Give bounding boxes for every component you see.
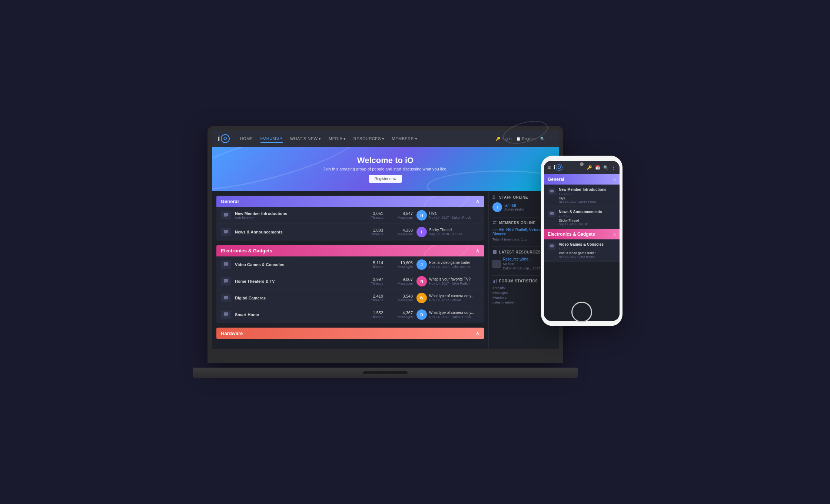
staff-name[interactable]: Ian Hitt [504,203,524,208]
collapse-icon[interactable]: ∧ [476,199,479,204]
chevron-icon[interactable]: ∧ [613,232,616,236]
forum-info: Smart Home [235,312,353,317]
phone-forum-latest-meta: Nov 14, 2017 · Jake Booher [559,255,616,258]
member-link-nikki[interactable]: Nikki Radloff, [506,228,528,232]
forum-title[interactable]: Home Theaters & TV [235,279,353,284]
phone-forum-news: News & Announcements 2 □ 4 □ • Sticky Th… [544,207,620,229]
collapse-icon[interactable]: ∧ [476,331,479,336]
phone-forum-icon [548,210,556,217]
category-electronics-title: Electronics & Gadgets [221,248,272,253]
nav-home[interactable]: HOME [240,135,253,142]
hero-subtitle: Join this amazing group of people and st… [323,167,447,171]
comments-icon [223,213,229,218]
resource-no-icon: ? [492,260,501,268]
svg-rect-9 [493,250,497,254]
laptop-screen: i O HOME FORUMS ▾ WHAT'S NEW ▾ [212,130,559,349]
resource-title[interactable]: Resource witho... [503,257,540,261]
category-hardware-title: Hardware [221,331,243,336]
category-hardware-header[interactable]: Hardware ∧ [216,328,484,339]
forum-info: News & Announcements [235,230,353,235]
comments-icon [223,312,229,317]
forum-stats-threads: 2,419 Threads [357,294,383,302]
forum-title[interactable]: News & Announcements [235,230,353,234]
phone-general-header[interactable]: General ∧ [544,174,620,185]
phone-menu-icon[interactable]: ≡ [548,165,551,170]
phone-forum-meta: 1 □ 1 □ [559,247,616,250]
phone-logo[interactable]: i O [554,164,562,171]
nav-forums[interactable]: FORUMS ▾ [260,135,283,143]
svg-rect-3 [224,279,228,282]
category-general: General ∧ New Member Introductions [216,196,484,241]
chevron-down-icon: ▾ [319,136,321,141]
forum-stats-messages: 8,547 Messages [387,211,413,219]
search-icon[interactable]: 🔍 [540,137,545,141]
phone-forum-meta: 1 □ 1 □ □ • [559,192,616,195]
phone-search-icon[interactable]: 🔍 [603,165,608,170]
category-electronics-forums: Video Games & Consoles 5,114 Threads 10,… [216,256,484,323]
phone-forum-title[interactable]: Video Games & Consoles [559,242,616,246]
forum-stats-threads: 5,114 Threads [357,261,383,269]
key-icon: 🔑 [496,137,500,141]
forum-title[interactable]: Video Games & Consoles [235,262,353,267]
nav-whats-new[interactable]: WHAT'S NEW ▾ [290,135,321,143]
phone-nav: ≡ i O 🔑 📅 🔍 ⋮ [544,161,620,174]
avatar: D [416,309,427,320]
forum-new-member-introductions: New Member Introductions Sub-forums • 3,… [216,207,484,224]
forum-title[interactable]: Digital Cameras [235,296,353,300]
phone-forum-video-games: Video Games & Consoles 1 □ 1 □ Post a vi… [544,239,620,262]
phone-forum-latest[interactable]: Post a video game trailer [559,251,616,255]
category-electronics-header[interactable]: Electronics & Gadgets ∧ [216,245,484,256]
users-icon [492,220,497,225]
forum-home-theaters: Home Theaters & TV 3,997 Threads 9,007 M… [216,273,484,290]
collapse-icon[interactable]: ∧ [476,248,479,253]
forum-stats-threads: 1,803 Threads [357,228,383,236]
logo-letter-o: O [221,134,230,143]
phone-category-electronics: Electronics & Gadgets ∧ Video Games & Co… [544,229,620,262]
register-now-button[interactable]: Register now [369,175,402,183]
avatar: I [416,227,427,237]
phone-more-icon[interactable]: ⋮ [611,165,616,170]
site-logo[interactable]: i O [218,134,230,143]
phone: ≡ i O 🔑 📅 🔍 ⋮ General ∧ [541,156,622,326]
phone-forum-latest[interactable]: Hiya [559,196,616,200]
forum-stats-messages: 4,338 Messages [387,228,413,236]
phone-key-icon[interactable]: 🔑 [587,165,592,170]
forum-info: New Member Introductions Sub-forums • [235,211,353,220]
comments-icon [223,279,229,284]
category-general-header[interactable]: General ∧ [216,196,484,207]
phone-forum-title[interactable]: News & Announcements [559,210,616,214]
chevron-icon[interactable]: ∧ [613,178,616,182]
phone-forum-latest[interactable]: Sticky Thread [559,219,616,222]
forum-icon [221,311,231,319]
phone-forum-new-member: New Member Introductions 1 □ 1 □ □ • Hiy… [544,185,620,207]
nav-resources[interactable]: RESOURCES ▾ [353,135,385,143]
svg-point-8 [495,221,497,222]
phone-electronics-header[interactable]: Electronics & Gadgets ∧ [544,229,620,239]
more-icon[interactable]: ⋮ [549,137,553,141]
nav-media[interactable]: MEDIA ▾ [329,135,346,143]
phone-forum-icon [548,243,556,250]
forum-latest: N What is your favorite TV? Nov 14, 2017… [416,276,479,286]
phone-calendar-icon[interactable]: 📅 [595,165,600,170]
comments-icon [550,212,554,216]
comments-icon [550,189,554,194]
scene: i O HOME FORUMS ▾ WHAT'S NEW ▾ [208,126,622,378]
hero-title: Welcome to iO [357,156,414,165]
phone-forum-title[interactable]: New Member Introductions [559,188,616,192]
svg-rect-1 [224,230,228,233]
forum-title[interactable]: New Member Introductions [235,211,353,216]
category-hardware: Hardware ∧ [216,328,484,339]
forum-icon [221,294,231,302]
phone-forum-icon [548,188,556,195]
avatar: H [416,210,427,220]
forum-latest: D What type of camera do y... Nov 14, 20… [416,309,479,320]
forum-stats-messages: 9,007 Messages [387,277,413,285]
phone-forum-info: New Member Introductions 1 □ 1 □ □ • Hiy… [559,188,616,203]
nav-members[interactable]: MEMBERS ▾ [392,135,418,143]
forum-latest: W What type of camera do y... Nov 14, 20… [416,293,479,303]
member-link-ian[interactable]: Ian Hitt [492,228,504,232]
chevron-down-icon: ▾ [280,136,283,141]
latest-info: What type of camera do y... Nov 14, 2017… [429,294,474,302]
phone-forum-info: News & Announcements 2 □ 4 □ • Sticky Th… [559,210,616,226]
forum-title[interactable]: Smart Home [235,312,353,317]
